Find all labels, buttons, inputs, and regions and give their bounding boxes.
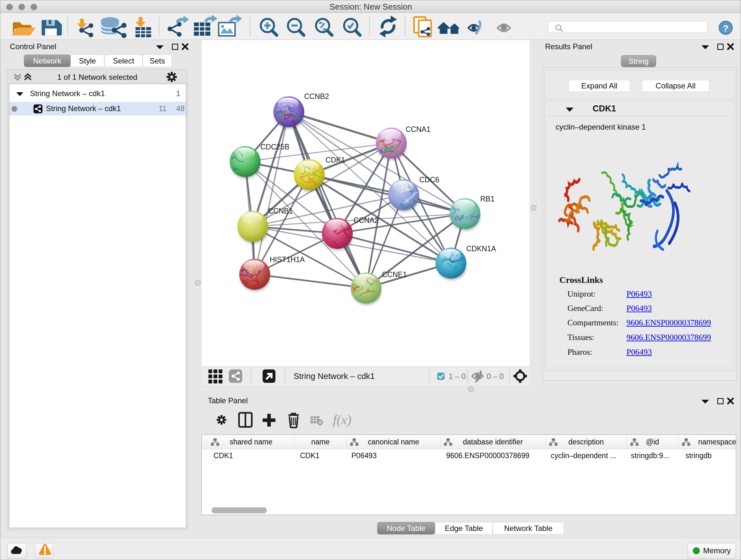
svg-text:f(x): f(x) — [333, 413, 351, 428]
